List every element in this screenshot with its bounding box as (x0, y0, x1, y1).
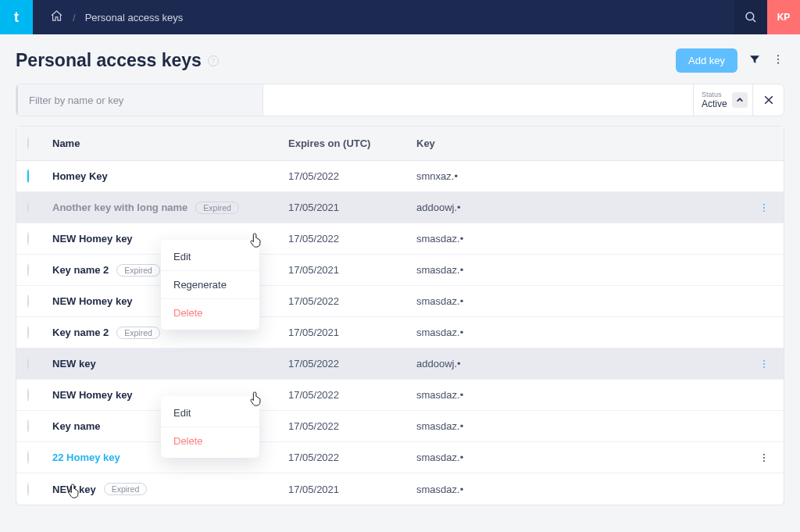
row-checkbox[interactable] (27, 357, 29, 370)
info-icon[interactable]: ? (208, 55, 219, 66)
topbar: t / Personal access keys KP (0, 0, 800, 34)
row-name: Homey Key (52, 170, 108, 182)
svg-point-9 (763, 366, 765, 368)
table-row[interactable]: NEW Homey key17/05/2022smasdaz.• (16, 223, 784, 255)
page-header: Personal access keys ? Add key (16, 48, 784, 73)
row-checkbox[interactable] (27, 201, 29, 214)
row-expires: 17/05/2022 (288, 358, 416, 370)
table-row[interactable]: Another key with long nameExpired17/05/2… (16, 192, 784, 223)
row-name: Key name (52, 420, 100, 432)
table-row[interactable]: NEW key17/05/2022addoowj.• (16, 348, 784, 380)
home-icon[interactable] (50, 9, 63, 25)
expired-badge: Expired (116, 264, 160, 277)
table-row[interactable]: Key name 2Expired17/05/2021smasdaz.• (16, 255, 784, 286)
row-checkbox[interactable] (27, 420, 29, 433)
context-menu-expired: Edit Regenerate Delete (161, 240, 259, 330)
table-row[interactable]: NEW keyExpired17/05/2021smasdaz.• (16, 473, 784, 505)
row-name: NEW Homey key (52, 295, 133, 307)
row-expires: 17/05/2021 (288, 484, 416, 495)
more-icon[interactable] (772, 53, 784, 69)
svg-point-5 (763, 207, 765, 209)
breadcrumb: / Personal access keys (33, 9, 183, 25)
ctx-delete[interactable]: Delete (161, 427, 259, 455)
row-checkbox[interactable] (27, 483, 29, 496)
svg-point-2 (777, 58, 779, 59)
row-name[interactable]: 22 Homey key (52, 452, 120, 463)
row-expires: 17/05/2022 (288, 420, 416, 432)
expired-badge: Expired (116, 327, 160, 339)
row-checkbox[interactable] (27, 326, 29, 339)
row-key: addoowj.• (416, 358, 755, 370)
row-key: smasdaz.• (416, 264, 755, 276)
table-row[interactable]: NEW Homey key17/05/2022smasdaz.• (16, 380, 784, 411)
breadcrumb-separator: / (73, 12, 76, 23)
table-row[interactable]: Key name17/05/2022smasdaz.• (16, 411, 784, 442)
svg-point-6 (763, 210, 765, 212)
breadcrumb-page[interactable]: Personal access keys (85, 12, 184, 23)
row-name: NEW key (52, 358, 96, 370)
row-checkbox[interactable] (27, 263, 29, 277)
column-expires[interactable]: Expires on (UTC) (288, 137, 416, 149)
row-expires: 17/05/2021 (288, 327, 416, 338)
svg-point-3 (777, 62, 779, 63)
row-name: NEW Homey key (52, 389, 133, 401)
filter-icon[interactable] (748, 53, 761, 69)
expired-badge: Expired (104, 483, 148, 495)
svg-point-7 (763, 359, 765, 361)
keys-table: Name Expires on (UTC) Key Homey Key17/05… (16, 126, 784, 505)
ctx-delete[interactable]: Delete (161, 298, 259, 327)
column-name[interactable]: Name (52, 137, 288, 149)
page: Personal access keys ? Add key Status Ac… (0, 34, 800, 520)
row-more-button[interactable] (755, 449, 773, 466)
status-filter[interactable]: Status Active (693, 84, 752, 116)
row-more-button[interactable] (755, 199, 773, 216)
close-filter-button[interactable] (752, 84, 784, 116)
row-key: smasdaz.• (416, 327, 755, 338)
filter-input[interactable] (16, 84, 263, 116)
row-checkbox[interactable] (27, 170, 29, 183)
status-filter-block: Status Active (693, 84, 784, 116)
ctx-edit[interactable]: Edit (161, 243, 259, 270)
svg-point-11 (763, 457, 765, 459)
add-key-button[interactable]: Add key (676, 48, 738, 73)
svg-point-4 (763, 203, 765, 205)
row-expires: 17/05/2022 (288, 389, 416, 401)
row-name: NEW key (52, 484, 96, 495)
svg-point-12 (763, 460, 765, 462)
row-key: smasdaz.• (416, 233, 755, 245)
row-expires: 17/05/2022 (288, 295, 416, 307)
row-name: Key name 2 (52, 327, 109, 338)
row-key: smasdaz.• (416, 389, 755, 401)
table-row[interactable]: 22 Homey key17/05/2022smasdaz.• (16, 442, 784, 473)
row-expires: 17/05/2021 (288, 202, 416, 213)
row-name: Key name 2 (52, 264, 109, 276)
ctx-edit[interactable]: Edit (161, 399, 259, 427)
table-body: Homey Key17/05/2022smnxaz.•Another key w… (16, 161, 784, 505)
row-checkbox[interactable] (27, 295, 29, 308)
row-checkbox[interactable] (27, 232, 29, 245)
select-all-checkbox[interactable] (27, 137, 29, 150)
ctx-regenerate[interactable]: Regenerate (161, 270, 259, 298)
search-button[interactable] (734, 0, 767, 34)
user-avatar[interactable]: KP (767, 0, 800, 34)
svg-point-1 (777, 55, 779, 56)
row-key: smasdaz.• (416, 420, 755, 432)
page-title-text: Personal access keys (16, 50, 202, 71)
column-key[interactable]: Key (416, 137, 755, 149)
app-logo[interactable]: t (0, 0, 33, 34)
page-title: Personal access keys ? (16, 50, 219, 71)
table-row[interactable]: Key name 2Expired17/05/2021smasdaz.• (16, 317, 784, 348)
context-menu-active: Edit Delete (161, 396, 259, 458)
header-actions: Add key (676, 48, 784, 73)
row-key: smnxaz.• (416, 170, 755, 182)
svg-point-0 (746, 12, 754, 20)
table-row[interactable]: Homey Key17/05/2022smnxaz.• (16, 161, 784, 192)
table-row[interactable]: NEW Homey key17/05/2022smasdaz.• (16, 286, 784, 317)
row-more-button[interactable] (755, 355, 773, 373)
svg-point-8 (763, 363, 765, 365)
row-expires: 17/05/2021 (288, 264, 416, 276)
row-checkbox[interactable] (27, 451, 29, 464)
row-key: smasdaz.• (416, 295, 755, 307)
row-checkbox[interactable] (27, 388, 29, 402)
row-name: Another key with long name (52, 202, 188, 213)
